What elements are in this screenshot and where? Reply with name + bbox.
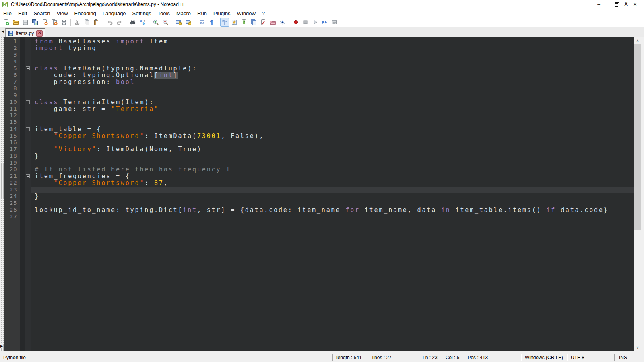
word-wrap-icon[interactable] bbox=[197, 18, 206, 27]
bookmark-cell[interactable] bbox=[20, 85, 25, 92]
zoom-in-icon[interactable] bbox=[151, 18, 160, 27]
menu-item-encoding[interactable]: Encoding bbox=[71, 9, 99, 18]
menu-item-edit[interactable]: Edit bbox=[15, 9, 30, 18]
code-line[interactable]: 3 bbox=[4, 52, 634, 59]
macro-stop-icon[interactable] bbox=[301, 18, 310, 27]
code-line[interactable]: 27 bbox=[4, 214, 634, 220]
code-line[interactable]: 19 bbox=[4, 160, 634, 167]
bookmark-cell[interactable] bbox=[20, 146, 25, 153]
fold-collapse-icon[interactable] bbox=[25, 126, 31, 133]
macro-record-icon[interactable] bbox=[291, 18, 300, 27]
macro-play-icon[interactable] bbox=[311, 18, 320, 27]
bookmark-cell[interactable] bbox=[20, 112, 25, 119]
bookmark-cell[interactable] bbox=[20, 126, 25, 133]
code-line[interactable]: 25 bbox=[4, 200, 634, 207]
undo-icon[interactable] bbox=[105, 18, 114, 27]
indent-guide-icon[interactable] bbox=[220, 18, 229, 27]
menu-item-run[interactable]: Run bbox=[194, 9, 210, 18]
code-line-current[interactable]: 23 bbox=[4, 187, 634, 193]
new-file-icon[interactable] bbox=[2, 18, 10, 27]
bookmark-cell[interactable] bbox=[20, 214, 25, 220]
menu-item-search[interactable]: Search bbox=[30, 9, 53, 18]
bookmark-cell[interactable] bbox=[20, 106, 25, 113]
tab-scroll-left-icon[interactable]: ◄ bbox=[1, 29, 5, 33]
bookmark-cell[interactable] bbox=[20, 38, 25, 45]
bookmark-cell[interactable] bbox=[20, 153, 25, 160]
code-line[interactable]: 14item_table = { bbox=[4, 126, 634, 133]
tab-close-icon[interactable]: ✕ bbox=[36, 30, 43, 37]
bookmark-cell[interactable] bbox=[20, 166, 25, 173]
menu-item-macro[interactable]: Macro bbox=[173, 9, 194, 18]
bookmark-cell[interactable] bbox=[20, 187, 25, 193]
zoom-out-icon[interactable] bbox=[161, 18, 170, 27]
dock-strip[interactable] bbox=[0, 37, 4, 351]
bookmark-cell[interactable] bbox=[20, 99, 25, 106]
find-icon[interactable] bbox=[128, 18, 137, 27]
menu-item-help[interactable]: ? bbox=[259, 9, 268, 18]
code-line[interactable]: 18} bbox=[4, 153, 634, 160]
scrollbar-down-icon[interactable]: ∨ bbox=[634, 344, 641, 351]
bookmark-cell[interactable] bbox=[20, 58, 25, 65]
code-line[interactable]: 9 bbox=[4, 92, 634, 99]
menu-item-settings[interactable]: Settings bbox=[129, 9, 155, 18]
dock-bottom-arrow-icon[interactable]: ▶ bbox=[0, 344, 3, 348]
menu-item-tools[interactable]: Tools bbox=[155, 9, 173, 18]
code-line[interactable]: 26lookup_id_to_name: typing.Dict[int, st… bbox=[4, 207, 634, 214]
tab-items-py[interactable]: Items.py ✕ bbox=[5, 28, 45, 38]
menu-item-view[interactable]: View bbox=[54, 9, 71, 18]
bookmark-cell[interactable] bbox=[20, 119, 25, 126]
code-line[interactable]: 20# If not listed here then has frequenc… bbox=[4, 166, 634, 173]
fold-collapse-icon[interactable] bbox=[25, 99, 31, 106]
status-encoding[interactable]: UTF-8 bbox=[571, 355, 584, 360]
close-button[interactable]: ✕ bbox=[626, 0, 644, 9]
code-line[interactable]: 22 "Copper Shortsword": 87, bbox=[4, 180, 634, 187]
bookmark-cell[interactable] bbox=[20, 160, 25, 167]
scrollbar-up-icon[interactable]: ∧ bbox=[634, 37, 641, 44]
open-file-icon[interactable] bbox=[11, 18, 20, 27]
shortcut-mapper-icon[interactable] bbox=[230, 18, 239, 27]
copy-icon[interactable] bbox=[83, 18, 91, 27]
menu-item-plugins[interactable]: Plugins bbox=[210, 9, 234, 18]
cut-icon[interactable] bbox=[73, 18, 82, 27]
view-file-icon[interactable] bbox=[278, 18, 287, 27]
save-all-icon[interactable] bbox=[31, 18, 39, 27]
code-line[interactable]: 21item_frequencies = { bbox=[4, 173, 634, 180]
status-eol-format[interactable]: Windows (CR LF) bbox=[525, 355, 563, 360]
macro-save-icon[interactable] bbox=[330, 18, 339, 27]
vertical-scrollbar[interactable]: ∧ ∨ bbox=[634, 37, 641, 351]
sync-horizontal-icon[interactable] bbox=[184, 18, 193, 27]
bookmark-cell[interactable] bbox=[20, 193, 25, 200]
close-file-icon[interactable] bbox=[40, 18, 49, 27]
monitoring-icon[interactable] bbox=[259, 18, 268, 27]
minimize-button[interactable]: – bbox=[590, 0, 608, 9]
project-panel-icon[interactable] bbox=[268, 18, 277, 27]
redo-icon[interactable] bbox=[115, 18, 124, 27]
bookmark-cell[interactable] bbox=[20, 52, 25, 59]
scrollbar-thumb[interactable] bbox=[634, 44, 641, 230]
close-all-icon[interactable] bbox=[50, 18, 59, 27]
paste-icon[interactable] bbox=[92, 18, 101, 27]
macro-run-multiple-icon[interactable] bbox=[320, 18, 329, 27]
fold-collapse-icon[interactable] bbox=[25, 65, 31, 72]
code-line[interactable]: 17 "Victory": ItemData(None, True) bbox=[4, 146, 634, 153]
code-line[interactable]: 11 game: str = "Terraria" bbox=[4, 106, 634, 113]
code-line[interactable]: 7 progression: bool bbox=[4, 79, 634, 86]
code-line[interactable]: 2import typing bbox=[4, 45, 634, 52]
bookmark-cell[interactable] bbox=[20, 65, 25, 72]
bookmark-cell[interactable] bbox=[20, 45, 25, 52]
replace-icon[interactable]: ab bbox=[138, 18, 147, 27]
bookmark-cell[interactable] bbox=[20, 92, 25, 99]
code-line[interactable]: 12 bbox=[4, 112, 634, 119]
code-line[interactable]: 8 bbox=[4, 85, 634, 92]
code-line[interactable]: 16 bbox=[4, 139, 634, 146]
bookmark-cell[interactable] bbox=[20, 200, 25, 207]
code-line[interactable]: 6 code: typing.Optional[int] bbox=[4, 72, 634, 79]
code-line[interactable]: 4 bbox=[4, 58, 634, 65]
code-editor[interactable]: 1from BaseClasses import Item2import typ… bbox=[4, 37, 634, 351]
bookmark-cell[interactable] bbox=[20, 180, 25, 187]
code-line[interactable]: 24} bbox=[4, 193, 634, 200]
code-line[interactable]: 1from BaseClasses import Item bbox=[4, 38, 634, 45]
code-line[interactable]: 15 "Copper Shortsword": ItemData(73001, … bbox=[4, 133, 634, 140]
bookmark-cell[interactable] bbox=[20, 139, 25, 146]
menubar-close-document-icon[interactable]: X bbox=[624, 1, 628, 7]
